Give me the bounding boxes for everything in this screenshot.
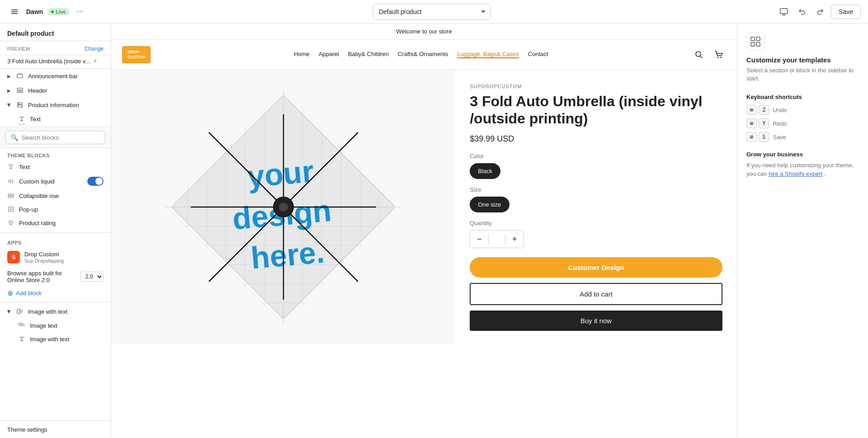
sidebar-item-image-with-text[interactable]: ▶ Image with text [0, 304, 111, 319]
svg-point-16 [721, 57, 722, 58]
save-shortcut-label: Save [773, 134, 786, 141]
custom-liquid-toggle[interactable] [87, 177, 104, 186]
svg-text:your: your [245, 154, 315, 194]
template-select[interactable]: Default product [373, 4, 491, 20]
color-label: Color [470, 153, 722, 160]
chevron-down-icon: ▶ [7, 103, 12, 107]
svg-rect-12 [17, 309, 20, 314]
sidebar-item-product-info[interactable]: ▶ Product information [0, 98, 111, 112]
custom-liquid-icon [7, 178, 14, 185]
search-nav-button[interactable] [692, 47, 706, 62]
nav-link-contact[interactable]: Contact [528, 51, 548, 58]
apps-label: APPS [0, 235, 111, 247]
grow-desc: If you need help customizing your theme,… [746, 161, 859, 178]
plus-icon: ⊕ [7, 289, 13, 297]
sidebar-toggle-button[interactable] [7, 5, 22, 19]
browse-apps-select[interactable]: 2.0 [80, 272, 104, 282]
block-item-text[interactable]: Text [0, 160, 111, 174]
svg-rect-50 [751, 42, 755, 46]
svg-rect-9 [8, 194, 14, 195]
nav-link-home[interactable]: Home [294, 51, 310, 58]
sidebar-item-announcement-bar[interactable]: ▶ Announcement bar [0, 69, 111, 83]
add-block-label: Add block [16, 290, 42, 297]
svg-point-15 [717, 57, 719, 58]
svg-rect-10 [8, 196, 14, 198]
theme-blocks-label: THEME BLOCKS [0, 148, 111, 160]
kbd-ctrl: ⊞ [746, 105, 757, 115]
canvas-scroll: Welcome to our store DROP CUSTOM Home Ap… [111, 24, 737, 438]
preview-change-link[interactable]: Change [85, 46, 104, 52]
text-block-icon [7, 163, 14, 170]
svg-rect-7 [20, 91, 23, 93]
size-option-one-size[interactable]: One size [470, 197, 509, 212]
sidebar-sub-item-image-text[interactable]: Image text [0, 319, 111, 332]
announcement-bar-label: Announcement bar [28, 73, 78, 80]
quantity-minus-button[interactable]: − [470, 231, 488, 248]
nav-link-luggage[interactable]: Luggage, Bags& Cases [457, 51, 519, 58]
buy-now-button[interactable]: Buy it now [470, 311, 722, 331]
header-label: Header [28, 87, 47, 94]
sidebar-content: ▶ Announcement bar ▶ Header ▶ [0, 69, 111, 420]
cart-nav-button[interactable] [712, 47, 726, 62]
undo-shortcut-keys: ⊞ Z [746, 105, 769, 115]
customer-design-button[interactable]: Customer Design [470, 257, 722, 278]
svg-rect-5 [17, 88, 23, 90]
product-brand: SUPDROPCUSTOM [470, 84, 722, 89]
sidebar-item-header[interactable]: ▶ Header [0, 83, 111, 98]
custom-liquid-label: Custom liquid [19, 178, 55, 185]
kbd-ctrl-redo: ⊞ [746, 118, 757, 128]
text-icon [18, 115, 25, 122]
product-rating-icon [7, 219, 14, 226]
sidebar-bottom: Theme settings [0, 420, 111, 438]
collapsible-row-icon [7, 192, 14, 199]
sidebar-sub-item-text[interactable]: Text [0, 112, 111, 126]
collapsed-indicator [18, 124, 25, 125]
preview-item-label: 3 Fold Auto Umbrella (inside v... [7, 58, 90, 65]
nav-link-baby[interactable]: Baby& Children [348, 51, 389, 58]
undo-button[interactable] [795, 5, 809, 19]
block-item-popup[interactable]: Pop-up [0, 203, 111, 216]
svg-point-14 [696, 52, 701, 57]
app-name: Drop Custom [24, 251, 64, 258]
nav-link-crafts[interactable]: Crafts& Ornaments [398, 51, 448, 58]
sidebar-separator [0, 302, 111, 302]
app-item-text: Drop Custom Sup Dropshipping [24, 251, 64, 264]
svg-rect-13 [19, 323, 22, 325]
monitor-preview-button[interactable] [777, 5, 791, 19]
store-nav: DROP CUSTOM Home Apparel Baby& Children … [111, 40, 737, 70]
customize-icon [746, 33, 764, 51]
image-with-text-sub-icon [18, 335, 25, 343]
block-item-custom-liquid[interactable]: Custom liquid [0, 174, 111, 189]
save-button[interactable]: Save [831, 5, 861, 19]
sidebar-sub-item-image-with-text[interactable]: Image with text [0, 332, 111, 346]
add-block-button[interactable]: ⊕ Add block [0, 286, 49, 300]
external-link-icon: ↗ [93, 58, 97, 64]
block-item-product-rating[interactable]: Product rating [0, 216, 111, 230]
hire-shopify-expert-link[interactable]: hire a Shopify expert [769, 170, 822, 177]
kbd-ctrl-save: ⊞ [746, 132, 757, 142]
add-to-cart-button[interactable]: Add to cart [470, 283, 722, 305]
apps-divider [0, 232, 111, 233]
nav-links: Home Apparel Baby& Children Crafts& Orna… [161, 51, 681, 58]
nav-link-apparel[interactable]: Apparel [319, 51, 339, 58]
product-image: your design here. [166, 89, 401, 325]
svg-rect-0 [11, 9, 18, 10]
svg-rect-2 [11, 13, 18, 14]
theme-settings-button[interactable]: Theme settings [7, 426, 47, 433]
store-frame: Welcome to our store DROP CUSTOM Home Ap… [111, 24, 737, 438]
product-info-icon [16, 101, 24, 108]
quantity-plus-button[interactable]: + [505, 231, 524, 248]
more-options-button[interactable]: ··· [74, 5, 86, 18]
block-item-collapsible-row[interactable]: Collapsible row [0, 189, 111, 203]
redo-button[interactable] [813, 5, 827, 19]
color-option-black[interactable]: Black [470, 163, 500, 179]
product-image-col: your design here. [111, 70, 455, 345]
logo-line2: CUSTOM [127, 55, 145, 60]
qty-divider [488, 234, 489, 245]
svg-rect-1 [11, 11, 18, 12]
size-options: One size [470, 197, 722, 212]
app-item-drop-custom[interactable]: S Drop Custom Sup Dropshipping [0, 247, 111, 267]
toggle-thumb [95, 178, 103, 185]
preview-label: PREVIEW [7, 46, 30, 52]
search-blocks-input[interactable] [22, 134, 100, 141]
